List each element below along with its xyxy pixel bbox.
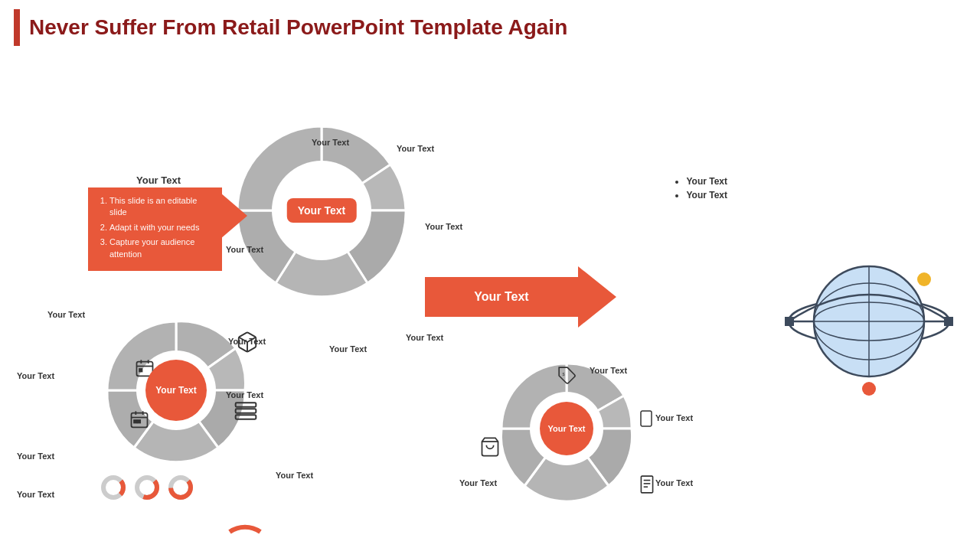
right-label-2: Your Text <box>655 413 693 422</box>
right-label-3: Your Text <box>655 478 693 487</box>
donut-2 <box>133 474 161 501</box>
price-tag-icon: $ <box>557 366 577 389</box>
segment-label-5: Your Text <box>329 344 367 354</box>
big-arrow-label: Your Text <box>474 290 528 304</box>
stack-icon <box>234 402 258 429</box>
globe-area <box>781 214 957 429</box>
segment-label-2: Your Text <box>397 144 434 153</box>
title-bar: Never Suffer From Retail PowerPoint Temp… <box>14 9 966 46</box>
left-label-top: Your Text <box>47 310 85 319</box>
left-label-right3: Your Text <box>276 471 313 480</box>
left-label-left: Your Text <box>17 371 54 380</box>
svg-point-47 <box>175 482 186 493</box>
right-label-1: Your Text <box>590 366 627 375</box>
right-label-4: Your Text <box>459 478 497 487</box>
svg-rect-20 <box>641 411 652 426</box>
callout-box: This slide is an editable slide Adapt it… <box>88 187 222 271</box>
svg-rect-10 <box>236 403 256 406</box>
donut-3 <box>167 474 194 501</box>
svg-rect-16 <box>138 420 141 423</box>
big-arrow: Your Text <box>425 266 616 328</box>
callout-item-1: This slide is an editable slide <box>109 195 213 219</box>
callout-item-3: Capture your audience attention <box>109 236 213 260</box>
callout-arrow <box>220 193 247 239</box>
bullet-1: Your Text <box>686 176 727 187</box>
bullet-list: Your Text Your Text <box>674 176 727 204</box>
callout-label-top: Your Text <box>136 174 181 186</box>
phone-icon <box>637 409 655 431</box>
svg-rect-9 <box>236 415 256 419</box>
svg-point-33 <box>917 272 931 286</box>
segment-label-6: Your Text <box>226 245 263 254</box>
callout-item-2: Adapt it with your needs <box>109 222 213 233</box>
right-circle-label: Your Text <box>540 402 593 455</box>
svg-point-34 <box>862 382 876 396</box>
svg-text:$: $ <box>563 372 565 377</box>
donut-charts <box>100 474 194 501</box>
svg-rect-36 <box>944 317 953 326</box>
segment-label-3: Your Text <box>425 222 462 231</box>
center-diagram-label: Your Text <box>287 198 357 223</box>
svg-rect-6 <box>139 369 142 372</box>
svg-point-44 <box>142 482 152 493</box>
title-accent <box>14 9 20 46</box>
left-label-bottom: Your Text <box>17 452 54 461</box>
segment-label-1: Your Text <box>312 138 349 147</box>
left-circle-label: Your Text <box>145 360 207 421</box>
donut-1 <box>100 474 127 501</box>
segment-label-4: Your Text <box>406 333 443 342</box>
content-area: Your Text Your Text Your Text Your Text … <box>0 61 980 551</box>
calendar-icon-2 <box>129 409 150 434</box>
bullet-2: Your Text <box>686 190 727 201</box>
svg-rect-22 <box>641 476 652 493</box>
bag-icon <box>479 436 501 461</box>
left-label-right2: Your Text <box>226 390 263 399</box>
page-title: Never Suffer From Retail PowerPoint Temp… <box>29 15 567 41</box>
svg-rect-35 <box>785 317 794 326</box>
package-icon <box>236 331 259 357</box>
partial-arc <box>226 497 264 539</box>
svg-point-41 <box>108 482 119 493</box>
receipt-icon <box>637 474 657 497</box>
svg-rect-8 <box>236 409 256 412</box>
svg-rect-15 <box>134 420 137 423</box>
left-label-botleft: Your Text <box>17 490 54 499</box>
